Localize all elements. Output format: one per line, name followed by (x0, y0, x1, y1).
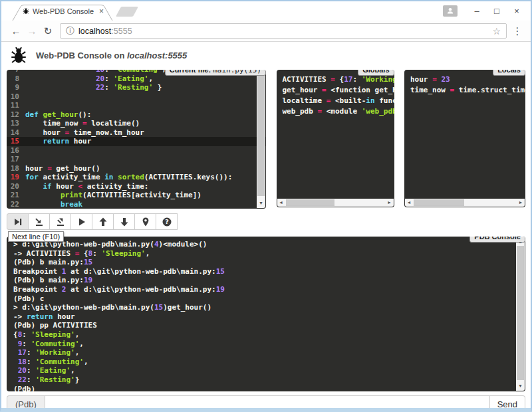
scroll-right-icon[interactable]: ► (386, 199, 394, 207)
code-line: 13 time_now = localtime() (7, 119, 266, 128)
arrow-up-icon (98, 217, 108, 227)
profile-button[interactable] (443, 5, 458, 17)
line-number: 13 (7, 119, 25, 128)
line-number: 10 (7, 92, 25, 102)
line-number: 21 (7, 191, 25, 200)
refresh-icon[interactable]: ↻ (40, 25, 56, 37)
command-input[interactable] (45, 395, 490, 412)
line-number: 14 (7, 128, 25, 138)
output-line: {8: 'Sleeping', (13, 330, 519, 340)
scroll-left-icon[interactable]: ◄ (277, 199, 285, 207)
arrow-down-icon (119, 217, 130, 227)
code-scrollbar[interactable]: ▼ (257, 70, 265, 208)
scroll-left-icon[interactable]: ◄ (405, 199, 413, 207)
globals-scrollbar[interactable]: ◄ ► (277, 199, 394, 207)
browser-window: { "browser": { "tab_title": "Web-PDB Con… (0, 0, 532, 412)
send-button[interactable]: Send (490, 395, 525, 412)
back-icon[interactable]: ← (8, 25, 24, 37)
line-number: 11 (7, 101, 25, 110)
output-line: -> return hour (13, 312, 519, 322)
line-number: 20 (7, 182, 25, 191)
globals-view[interactable]: ACTIVITIES = {17: 'Working', 18: 'Commut… (277, 70, 394, 122)
address-bar[interactable]: ⓘ localhost:5555 ☆ (60, 23, 507, 39)
output-line: 17: 'Working', (13, 348, 519, 358)
console-view[interactable]: > d:\git\python-web-pdb\main.py(4)<modul… (7, 237, 525, 391)
output-line: time_now = time.struct_time(tm_year=2017… (410, 85, 519, 96)
command-input-row: (Pdb) Send (7, 395, 525, 412)
where-button[interactable] (134, 213, 156, 230)
close-button[interactable]: × (507, 2, 527, 19)
next-line-button[interactable] (7, 213, 29, 230)
output-line: (Pdb) c (13, 294, 519, 304)
current-file-panel: Current file: main.py(15) 7 18: 'Commuti… (7, 70, 266, 209)
output-line: 22: 'Resting'} (13, 375, 519, 385)
code-line: 18hour = get_hour() (7, 164, 266, 173)
up-stack-button[interactable] (92, 213, 114, 230)
log-in-icon (34, 217, 45, 227)
output-line: web_pdb = <module 'web_pdb' from 'D:\git… (283, 106, 388, 117)
scroll-right-icon[interactable]: ► (517, 199, 525, 207)
output-line: hour = 23 (410, 74, 519, 85)
breakpoint-line-number: 19 (7, 173, 25, 182)
prompt-label: (Pdb) (7, 395, 45, 412)
code-view[interactable]: 7 18: 'Commuting',8 20: 'Eating',9 22: '… (7, 70, 266, 209)
browser-toolbar: ← → ↻ ⓘ localhost:5555 ☆ ⋮ (1, 21, 531, 42)
code-line: 19for activity_time in sorted(ACTIVITIES… (7, 173, 266, 182)
output-line: Breakpoint 2 at d:\git\python-web-pdb\ma… (13, 285, 519, 294)
play-icon (76, 217, 87, 227)
bookmark-star-icon[interactable]: ☆ (492, 26, 501, 37)
output-line: > d:\git\python-web-pdb\main.py(4)<modul… (13, 240, 519, 249)
locals-panel: Locals hour = 23time_now = time.struct_t… (404, 70, 525, 207)
globals-tab: Globals (358, 70, 394, 76)
url-text: localhost:5555 (78, 27, 132, 36)
debug-toolbar: ? Next line (F10) (7, 213, 525, 231)
line-number: 9 (7, 83, 25, 92)
browser-tabstrip: Web-PDB Console on loc × – □ × (1, 1, 531, 21)
console-scrollbar[interactable]: ▲ ▼ (516, 237, 525, 391)
page-title: Web-PDB Console on localhost:5555 (36, 51, 187, 60)
step-into-button[interactable] (28, 213, 50, 230)
down-stack-button[interactable] (113, 213, 135, 230)
code-line: 12def get_hour(): (7, 110, 266, 120)
locals-scrollbar[interactable]: ◄ ► (405, 199, 525, 207)
output-line: ACTIVITIES = {17: 'Working', 18: 'Commut… (283, 74, 388, 85)
page-info-icon[interactable]: ⓘ (66, 27, 74, 35)
tab-close-icon[interactable]: × (99, 7, 104, 15)
output-line: 18: 'Commuting', (13, 358, 519, 367)
code-line: 10 (7, 92, 266, 102)
person-icon (446, 7, 454, 15)
output-line: > d:\git\python-web-pdb\main.py(15)get_h… (13, 303, 519, 312)
forward-icon[interactable]: → (24, 25, 40, 37)
code-line: 20 if hour < activity_time: (7, 182, 266, 191)
continue-button[interactable] (70, 213, 92, 230)
page-header: Web-PDB Console on localhost:5555 (1, 42, 531, 68)
output-line: Breakpoint 1 at d:\git\python-web-pdb\ma… (13, 267, 519, 276)
output-line: 9: 'Commuting', (13, 340, 519, 349)
output-line: 20: 'Eating', (13, 366, 519, 375)
return-button[interactable] (49, 213, 71, 230)
help-button[interactable]: ? (156, 213, 178, 230)
output-line: (Pdb) pp ACTIVITIES (13, 321, 519, 330)
globals-panel: Globals ACTIVITIES = {17: 'Working', 18:… (277, 70, 394, 207)
minimize-button[interactable]: – (467, 2, 487, 19)
browser-menu-icon[interactable]: ⋮ (511, 25, 524, 37)
scroll-down-icon[interactable]: ▼ (516, 381, 525, 390)
line-number: 16 (7, 146, 25, 155)
browser-tab[interactable]: Web-PDB Console on loc × (12, 5, 113, 21)
log-out-icon (55, 217, 66, 227)
bug-favicon (23, 7, 29, 15)
code-line: 16 (7, 146, 266, 155)
new-tab-button[interactable] (116, 7, 138, 17)
bug-logo-icon (11, 46, 27, 64)
code-line: 14 hour = time_now.tm_hour (7, 128, 266, 138)
map-marker-icon (140, 217, 151, 227)
output-line: (Pdb) (13, 385, 519, 392)
scroll-down-icon[interactable]: ▼ (257, 199, 265, 207)
line-number: 17 (7, 155, 25, 164)
output-line: localtime = <built-in function localtime… (283, 96, 388, 106)
svg-text:?: ? (165, 218, 169, 225)
maximize-button[interactable]: □ (487, 2, 507, 19)
code-line: 21 print(ACTIVITIES[activity_time]) (7, 191, 266, 200)
pdb-console-tab: PDB Console (469, 237, 525, 243)
code-line: 15 return hour (7, 137, 266, 146)
